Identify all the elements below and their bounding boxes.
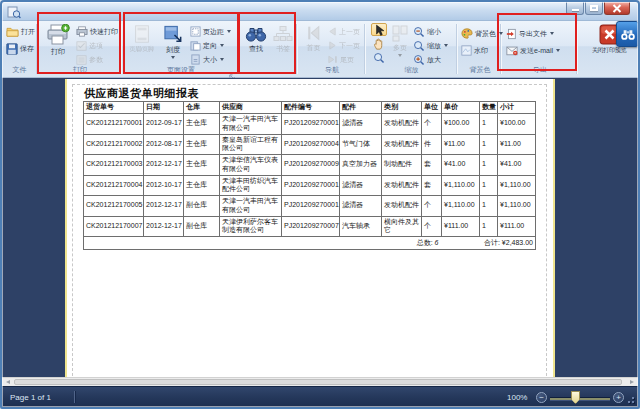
column-header: 退货单号: [84, 102, 144, 114]
multi-page-label: 多页: [389, 43, 411, 53]
table-cell: 天津丰田纺织汽车配件公司: [220, 175, 282, 196]
table-cell: 2012-10-17: [144, 175, 184, 196]
print-button[interactable]: 打印: [43, 23, 73, 67]
find-cursor-badge: [616, 21, 639, 47]
table-cell: ¥100.00: [442, 114, 480, 135]
export-file-button[interactable]: 导出文件: [506, 27, 554, 40]
minimize-button[interactable]: [566, 2, 584, 15]
bookmark-button: 书签: [271, 23, 295, 67]
group-export: 导出文件 发送e-mail 导出: [504, 23, 576, 75]
table-cell: CK201212170005: [84, 196, 144, 217]
table-row: CK2012121700072012-12-17副仓库天津伊利萨尔客车制造有限公…: [84, 216, 536, 237]
group-label-print: 打印: [40, 65, 120, 75]
statusbar: Page 1 of 1 100% − +: [2, 386, 638, 407]
close-preview-label: 关闭打印预览: [580, 46, 638, 55]
send-email-button[interactable]: 发送e-mail: [506, 44, 560, 57]
orientation-button[interactable]: 定向: [190, 39, 224, 52]
margins-caret-icon: [227, 30, 231, 33]
table-cell: 2012-12-17: [144, 196, 184, 217]
mouse-pointer-tool[interactable]: [371, 23, 387, 36]
scrollbar-thumb[interactable]: [14, 379, 622, 385]
save-button[interactable]: 保存: [6, 42, 34, 55]
open-button[interactable]: 打开: [6, 25, 35, 38]
table-cell: ¥41.00: [442, 155, 480, 176]
magnifier-tool[interactable]: [371, 51, 387, 64]
table-cell: 天津华信汽车仪表有限公司: [220, 155, 282, 176]
zoom-slider-thumb[interactable]: [571, 391, 580, 404]
horizontal-scrollbar[interactable]: [2, 377, 638, 386]
titlebar: [2, 2, 638, 21]
next-page-icon: [328, 41, 337, 50]
scale-button[interactable]: 刻度: [160, 23, 186, 67]
scroll-right-icon[interactable]: [630, 380, 634, 384]
scroll-left-icon[interactable]: [6, 380, 10, 384]
table-cell: 套: [422, 155, 442, 176]
background-color-button[interactable]: 背景色: [461, 27, 503, 40]
save-icon: [6, 43, 18, 55]
margins-button[interactable]: 页边距: [190, 25, 231, 38]
table-cell: 副仓库: [184, 196, 220, 217]
table-cell: ¥100.00: [498, 114, 536, 135]
table-cell: 发动机配件: [382, 114, 422, 135]
open-label: 打开: [21, 27, 35, 37]
find-button[interactable]: 查找: [243, 23, 269, 67]
table-cell: CK201212170007: [84, 216, 144, 237]
margins-icon: [190, 26, 201, 37]
report-page[interactable]: 供应商退货单明细报表 退货单号日期仓库供应商配件编号配件类别单位单价数量小计 C…: [67, 79, 553, 377]
zoom-button[interactable]: 缩放: [413, 39, 448, 52]
zoom-caret-icon: [444, 44, 448, 47]
table-cell: 横向件及其它: [382, 216, 422, 237]
hand-tool[interactable]: [371, 37, 387, 50]
next-page-label: 下一页: [339, 41, 360, 51]
resize-grip[interactable]: [624, 393, 634, 403]
find-badge-binoculars-icon: [620, 28, 636, 41]
table-cell: CK201212170002: [84, 134, 144, 155]
column-header: 小计: [498, 102, 536, 114]
close-icon: [612, 4, 622, 13]
options-label: 选项: [89, 41, 103, 51]
zoom-slider-track[interactable]: [550, 397, 610, 400]
table-cell: 1: [480, 175, 498, 196]
zoom-level-label: 100%: [507, 393, 527, 402]
find-label: 查找: [243, 44, 269, 54]
table-cell: CK201212170001: [84, 114, 144, 135]
maximize-button[interactable]: [585, 2, 603, 15]
printer-icon: [46, 24, 70, 46]
quick-print-button[interactable]: 快速打印: [76, 25, 118, 38]
close-window-button[interactable]: [604, 2, 630, 15]
table-cell: ¥1,110.00: [442, 175, 480, 196]
save-label: 保存: [20, 44, 34, 54]
zoom-in-slider-button[interactable]: +: [613, 392, 624, 403]
table-cell: 个: [422, 196, 442, 217]
table-cell: 滤清器: [340, 175, 382, 196]
table-cell: 1: [480, 155, 498, 176]
group-label-file: 文件: [3, 65, 36, 75]
preview-canvas[interactable]: 供应商退货单明细报表 退货单号日期仓库供应商配件编号配件类别单位单价数量小计 C…: [2, 78, 638, 377]
table-cell: PJ201209270001: [282, 114, 340, 135]
background-color-label: 背景色: [475, 29, 496, 39]
watermark-button[interactable]: 水印: [461, 44, 488, 57]
column-header: 类别: [382, 102, 422, 114]
zoom-out-slider-button[interactable]: −: [536, 392, 547, 403]
table-cell: ¥11.00: [442, 134, 480, 155]
next-page-button: 下一页: [328, 39, 360, 52]
table-cell: 主仓库: [184, 175, 220, 196]
table-cell: PJ201209270007: [282, 216, 340, 237]
scale-icon: [163, 24, 184, 44]
table-cell: ¥111.00: [442, 216, 480, 237]
ribbon-toolbar: 打开 保存 文件 打印: [2, 21, 638, 78]
size-label: 大小: [203, 55, 217, 65]
zoom-out-button[interactable]: 缩小: [413, 25, 441, 38]
send-email-caret-icon: [556, 49, 560, 52]
prev-page-label: 上一页: [339, 27, 360, 37]
table-header-row: 退货单号日期仓库供应商配件编号配件类别单位单价数量小计: [84, 102, 536, 114]
group-label-navigation: 导航: [300, 65, 364, 75]
prev-page-button: 上一页: [328, 25, 360, 38]
palette-icon: [461, 28, 473, 39]
group-zoom: 多页 缩小 缩放 放大 缩放: [368, 23, 455, 75]
column-header: 日期: [144, 102, 184, 114]
scale-caret-icon: [171, 56, 175, 59]
table-cell: 真空加力器: [340, 155, 382, 176]
bookmark-icon: [272, 24, 294, 43]
table-cell: ¥1,110.00: [498, 175, 536, 196]
